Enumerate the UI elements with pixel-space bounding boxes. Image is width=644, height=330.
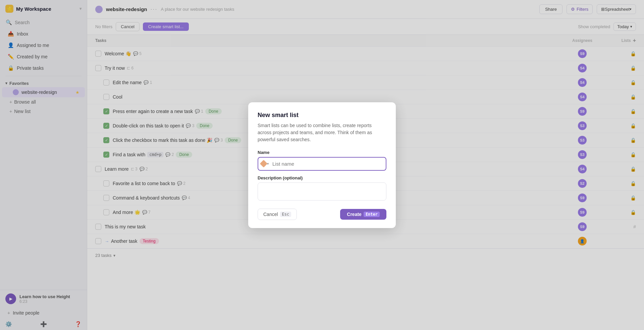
modal-desc-label: Description (optional): [258, 175, 386, 180]
modal-overlay[interactable]: New smart list Smart lists can be used t…: [0, 0, 644, 330]
modal-create-kbd: Enter: [364, 212, 380, 217]
modal-description: Smart lists can be used to combine lists…: [258, 122, 386, 143]
modal-name-label: Name: [258, 150, 386, 155]
modal-cancel-kbd: Esc: [280, 212, 291, 217]
modal-name-input-row: ▾: [258, 157, 386, 171]
modal-cancel-button[interactable]: Cancel Esc: [258, 209, 297, 220]
diamond-icon: [260, 160, 268, 168]
new-smart-list-modal: New smart list Smart lists can be used t…: [248, 102, 396, 228]
modal-create-button[interactable]: Create Enter: [340, 209, 386, 220]
list-name-input[interactable]: [271, 158, 383, 169]
modal-create-label: Create: [347, 212, 362, 217]
modal-desc-input[interactable]: [258, 182, 386, 201]
modal-icon-area[interactable]: ▾: [261, 161, 269, 166]
modal-cancel-label: Cancel: [263, 212, 278, 217]
modal-buttons: Cancel Esc Create Enter: [258, 209, 386, 220]
modal-title: New smart list: [258, 112, 386, 119]
